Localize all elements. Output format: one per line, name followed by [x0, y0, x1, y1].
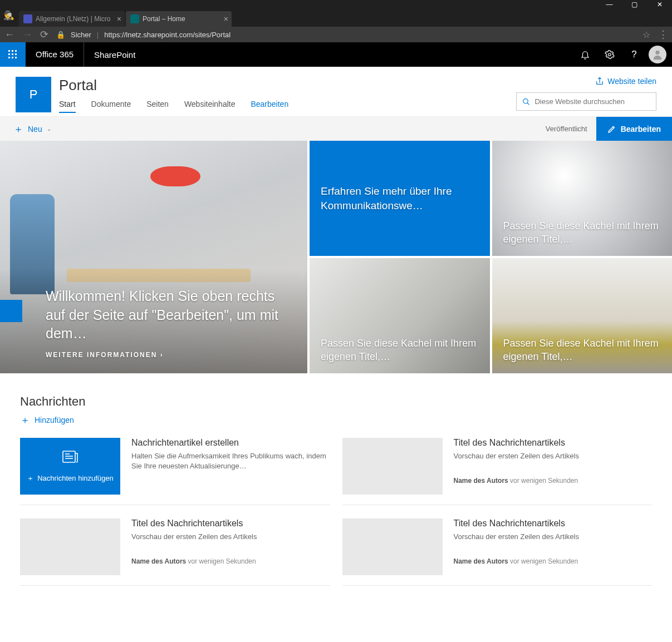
- bell-icon[interactable]: [573, 42, 597, 67]
- search-input[interactable]: [534, 97, 650, 106]
- svg-rect-8: [15, 57, 17, 58]
- svg-rect-0: [8, 50, 10, 52]
- news-meta: Name des Autors vor wenigen Sekunden: [454, 477, 579, 485]
- share-icon: [595, 77, 604, 86]
- teams-favicon-icon: [23, 14, 32, 23]
- news-meta: Name des Autors vor wenigen Sekunden: [454, 557, 579, 565]
- sharepoint-favicon-icon: [130, 14, 139, 23]
- hero-tile[interactable]: Passen Sie diese Kachel mit Ihrem eigene…: [492, 141, 673, 256]
- avatar[interactable]: [649, 46, 666, 63]
- svg-rect-6: [8, 57, 10, 58]
- news-desc: Vorschau der ersten Zeilen des Artikels: [454, 451, 579, 461]
- svg-point-9: [609, 53, 611, 56]
- suite-header: Office 365 SharePoint ?: [0, 42, 672, 67]
- news-thumbnail: [20, 518, 120, 575]
- tile-title: Erfahren Sie mehr über Ihre Kommunikatio…: [321, 184, 479, 213]
- news-thumbnail: [342, 438, 443, 495]
- edit-page-button[interactable]: Bearbeiten: [596, 117, 672, 141]
- news-desc: Vorschau der ersten Zeilen des Artikels: [131, 532, 257, 542]
- plus-icon: ＋: [20, 413, 30, 427]
- svg-rect-13: [63, 451, 75, 462]
- site-nav: Start Dokumente Seiten Websiteinhalte Be…: [59, 100, 288, 113]
- secure-label: Sicher: [71, 31, 91, 39]
- news-title: Titel des Nachrichtenartikels: [454, 518, 579, 529]
- news-meta: Name des Autors vor wenigen Sekunden: [131, 557, 257, 565]
- command-bar: ＋ Neu ⌄ Veröffentlicht Bearbeiten: [0, 116, 672, 141]
- nav-bearbeiten[interactable]: Bearbeiten: [251, 100, 288, 113]
- nav-dokumente[interactable]: Dokumente: [91, 100, 131, 113]
- share-label: Website teilen: [607, 77, 656, 86]
- news-card[interactable]: Titel des Nachrichtenartikels Vorschau d…: [342, 438, 653, 505]
- svg-rect-7: [12, 57, 13, 58]
- share-site-button[interactable]: Website teilen: [595, 77, 656, 86]
- new-button[interactable]: ＋ Neu ⌄: [13, 122, 51, 136]
- news-desc: Vorschau der ersten Zeilen des Artikels: [454, 532, 579, 542]
- svg-point-11: [523, 98, 528, 103]
- svg-rect-3: [8, 53, 10, 55]
- news-title: Titel des Nachrichtenartikels: [131, 518, 257, 529]
- search-icon: [522, 97, 530, 106]
- url-display[interactable]: 🔒 Sicher | https://lnetz.sharepoint.com/…: [56, 31, 230, 39]
- news-title: Nachrichtenartikel erstellen: [131, 438, 330, 448]
- hero-tile[interactable]: Passen Sie diese Kachel mit Ihrem eigene…: [310, 258, 490, 373]
- chevron-down-icon: ⌄: [47, 126, 51, 132]
- new-label: Neu: [28, 125, 42, 134]
- back-icon[interactable]: ←: [4, 29, 14, 41]
- app-name[interactable]: SharePoint: [84, 50, 145, 60]
- svg-line-12: [527, 102, 529, 105]
- add-news-label: Hinzufügen: [35, 416, 74, 424]
- forward-icon[interactable]: →: [22, 29, 32, 41]
- close-icon[interactable]: ×: [224, 14, 228, 23]
- hero-link[interactable]: WEITERE INFORMATIONEN ›: [46, 351, 287, 359]
- site-title: Portal: [59, 77, 288, 94]
- url-text: https://lnetz.sharepoint.com/sites/Porta…: [104, 31, 230, 39]
- add-news-link[interactable]: ＋ Hinzufügen: [20, 413, 74, 427]
- brand-label[interactable]: Office 365: [26, 42, 84, 67]
- page-content[interactable]: Willkommen! Klicken Sie oben rechts auf …: [0, 141, 672, 625]
- site-search[interactable]: [516, 92, 656, 111]
- site-logo[interactable]: P: [16, 77, 51, 112]
- nav-seiten[interactable]: Seiten: [146, 100, 169, 113]
- news-card[interactable]: Titel des Nachrichtenartikels Vorschau d…: [342, 518, 653, 586]
- reload-icon[interactable]: ⟳: [40, 28, 48, 41]
- window-titlebar: ― ▢ ✕: [0, 0, 672, 9]
- app-launcher-icon[interactable]: [0, 42, 26, 67]
- hero-main-tile[interactable]: Willkommen! Klicken Sie oben rechts auf …: [0, 141, 307, 373]
- news-desc: Halten Sie die Aufmerksamkeit Ihres Publ…: [131, 451, 330, 471]
- site-header: P Portal Start Dokumente Seiten Websitei…: [0, 67, 672, 113]
- edit-label: Bearbeiten: [621, 125, 661, 134]
- tile-title: Passen Sie diese Kachel mit Ihrem eigene…: [503, 337, 661, 363]
- svg-rect-4: [12, 53, 13, 55]
- published-label: Veröffentlicht: [546, 125, 587, 133]
- browser-chrome: ― ▢ ✕ 🕵 Allgemein (LNetz) | Micro × Port…: [0, 0, 672, 42]
- svg-rect-5: [15, 53, 17, 55]
- gear-icon[interactable]: [597, 42, 622, 67]
- nav-start[interactable]: Start: [59, 100, 76, 113]
- incognito-icon: 🕵: [3, 10, 14, 21]
- news-card[interactable]: Titel des Nachrichtenartikels Vorschau d…: [20, 518, 330, 586]
- browser-tab[interactable]: Allgemein (LNetz) | Micro ×: [19, 11, 125, 27]
- svg-rect-2: [15, 50, 17, 52]
- close-icon[interactable]: ×: [117, 14, 121, 23]
- news-title: Titel des Nachrichtenartikels: [454, 438, 579, 448]
- tab-label: Allgemein (LNetz) | Micro: [36, 15, 110, 23]
- news-heading: Nachrichten: [20, 394, 652, 409]
- help-icon[interactable]: ?: [622, 42, 646, 67]
- news-section: Nachrichten ＋ Hinzufügen ＋Nachrichten hi…: [0, 373, 672, 608]
- news-card[interactable]: ＋Nachrichten hinzufügen Nachrichtenartik…: [20, 438, 330, 505]
- browser-menu-icon[interactable]: ⋮: [658, 28, 668, 41]
- nav-websiteinhalte[interactable]: Websiteinhalte: [184, 100, 236, 113]
- bookmark-icon[interactable]: ☆: [642, 29, 650, 40]
- address-bar: ← → ⟳ 🔒 Sicher | https://lnetz.sharepoin…: [0, 27, 672, 42]
- pencil-icon: [607, 125, 616, 134]
- hero-tile[interactable]: Erfahren Sie mehr über Ihre Kommunikatio…: [310, 141, 490, 256]
- lock-icon: 🔒: [56, 31, 65, 39]
- plus-icon: ＋: [13, 122, 23, 136]
- plus-icon: ＋: [27, 473, 34, 483]
- svg-point-10: [655, 51, 659, 55]
- news-add-tile[interactable]: ＋Nachrichten hinzufügen: [20, 438, 120, 495]
- svg-rect-1: [12, 50, 13, 52]
- hero-title: Willkommen! Klicken Sie oben rechts auf …: [46, 287, 287, 343]
- hero-tile[interactable]: Passen Sie diese Kachel mit Ihrem eigene…: [492, 258, 673, 373]
- browser-tab-active[interactable]: Portal – Home ×: [126, 11, 232, 27]
